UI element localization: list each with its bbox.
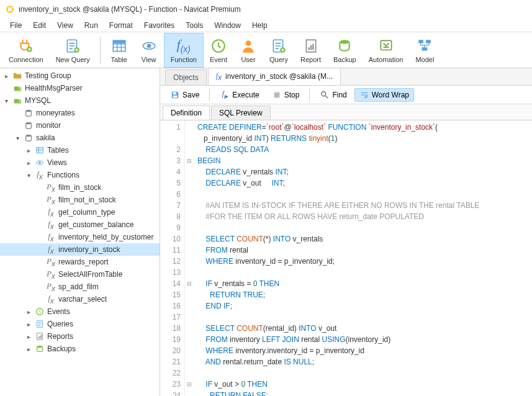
menu-favorites[interactable]: Favorites: [139, 20, 179, 31]
fn-get-customer-balance[interactable]: fxget_customer_balance: [0, 218, 160, 231]
fn-inventory-in-stock[interactable]: fxinventory_in_stock: [0, 243, 160, 256]
table-button[interactable]: Table: [104, 33, 134, 68]
stop-button[interactable]: Stop: [267, 88, 305, 102]
code-line[interactable]: [197, 222, 528, 233]
subtab-definition[interactable]: Definition: [163, 106, 210, 120]
code-line[interactable]: IF v_out > 0 THEN: [197, 379, 528, 390]
schema-sakila[interactable]: ▾sakila: [0, 132, 160, 144]
schema-monitor[interactable]: monitor: [0, 119, 160, 132]
folder-queries[interactable]: ▸Queries: [0, 318, 160, 330]
tab-objects[interactable]: Objects: [165, 70, 207, 85]
code-line[interactable]: RETURN FALSE;: [197, 390, 528, 396]
folder-backups[interactable]: ▸Backups: [0, 343, 160, 355]
connection-button[interactable]: Connection: [2, 33, 50, 68]
code-line[interactable]: [197, 189, 528, 200]
folder-events[interactable]: ▸Events: [0, 305, 160, 318]
fold-marker[interactable]: ⊟: [185, 278, 194, 289]
expand-toggle[interactable]: ▸: [2, 73, 10, 79]
conn-mysql[interactable]: ▾MYSQL: [0, 94, 160, 107]
fn-selectallfromtable[interactable]: PxSelectAllFromTable: [0, 268, 160, 281]
conn-healthmsgparser[interactable]: HealthMsgParser: [0, 82, 160, 94]
menu-file[interactable]: File: [5, 20, 27, 31]
connection-tree[interactable]: ▸Testing GroupHealthMsgParser▾MYSQLmoney…: [0, 68, 160, 396]
schema-moneyrates[interactable]: moneyrates: [0, 107, 160, 119]
code-line[interactable]: DECLARE v_rentals INT;: [197, 166, 528, 178]
new-query-button[interactable]: New Query: [50, 33, 96, 68]
fn-inventory-held-by-customer[interactable]: fxinventory_held_by_customer: [0, 231, 160, 243]
query-button[interactable]: Query: [263, 33, 294, 68]
schema-icon: [24, 133, 34, 143]
expand-toggle[interactable]: ▾: [25, 172, 32, 179]
fn-rewards-report[interactable]: Pxrewards_report: [0, 256, 160, 268]
code-line[interactable]: #FOR THE ITEM OR ALL ROWS HAVE return_da…: [197, 211, 528, 222]
view-button-icon: [140, 37, 158, 55]
expand-toggle[interactable]: ▸: [25, 147, 32, 154]
folder-reports[interactable]: ▸Reports: [0, 330, 160, 343]
code-line[interactable]: p_inventory_id INT) RETURNS tinyint(1): [197, 133, 528, 144]
event-button[interactable]: Event: [204, 33, 233, 68]
code-line[interactable]: END IF;: [197, 300, 528, 312]
function-button[interactable]: f(x)Function: [164, 33, 204, 68]
menu-view[interactable]: View: [52, 20, 78, 31]
code-line[interactable]: IF v_rentals = 0 THEN: [197, 278, 528, 289]
expand-toggle[interactable]: ▸: [25, 346, 32, 353]
menu-format[interactable]: Format: [104, 20, 138, 31]
tab-function[interactable]: fxinventory_in_stock @sakila (M...: [208, 68, 341, 85]
execute-button[interactable]: f▸Execute: [215, 88, 264, 102]
expand-toggle[interactable]: ▾: [2, 97, 10, 104]
backup-button[interactable]: Backup: [327, 33, 363, 68]
fn-film-in-stock[interactable]: Pxfilm_in_stock: [0, 181, 160, 194]
fold-marker[interactable]: ⊟: [185, 379, 194, 390]
report-button[interactable]: Report: [294, 33, 327, 68]
find-button[interactable]: Find: [315, 88, 351, 102]
code-line[interactable]: WHERE inventory.inventory_id = p_invento…: [197, 345, 528, 356]
folder-functions[interactable]: ▾fxFunctions: [0, 169, 160, 181]
fn-sp-add-film[interactable]: Pxsp_add_film: [0, 281, 160, 293]
menu-run[interactable]: Run: [79, 20, 103, 31]
menu-tools[interactable]: Tools: [181, 20, 208, 31]
expand-toggle[interactable]: ▾: [14, 135, 21, 142]
view-button[interactable]: View: [134, 33, 164, 68]
user-button[interactable]: User: [233, 33, 263, 68]
code-line[interactable]: FROM inventory LEFT JOIN rental USING(in…: [197, 334, 528, 345]
code-line[interactable]: BEGIN: [197, 155, 528, 166]
model-button[interactable]: Model: [409, 33, 440, 68]
code-area[interactable]: CREATE DEFINER=`root`@`localhost` FUNCTI…: [194, 120, 532, 396]
folder-tables[interactable]: ▸Tables: [0, 144, 160, 156]
code-line[interactable]: READS SQL DATA: [197, 144, 528, 155]
subtab-sql-preview[interactable]: SQL Preview: [211, 106, 271, 120]
save-button[interactable]: Save: [165, 88, 204, 102]
menu-window[interactable]: Window: [209, 20, 246, 31]
code-line[interactable]: WHERE inventory_id = p_inventory_id;: [197, 256, 528, 267]
fold-gutter[interactable]: ⊟⊟⊟: [185, 120, 194, 396]
code-line[interactable]: #AN ITEM IS IN-STOCK IF THERE ARE EITHER…: [197, 200, 528, 211]
word-wrap-button[interactable]: Word Wrap: [354, 88, 414, 102]
code-line[interactable]: FROM rental: [197, 245, 528, 256]
folder-views[interactable]: ▸Views: [0, 156, 160, 169]
menu-edit[interactable]: Edit: [28, 20, 51, 31]
code-line[interactable]: CREATE DEFINER=`root`@`localhost` FUNCTI…: [197, 122, 528, 133]
code-line[interactable]: SELECT COUNT(*) INTO v_rentals: [197, 233, 528, 245]
code-line[interactable]: AND rental.return_date IS NULL;: [197, 356, 528, 367]
group-testing[interactable]: ▸Testing Group: [0, 70, 160, 82]
svg-rect-14: [308, 47, 309, 50]
automation-button[interactable]: Automation: [363, 33, 410, 68]
code-line[interactable]: [197, 267, 528, 278]
code-line[interactable]: RETURN TRUE;: [197, 289, 528, 300]
fold-marker[interactable]: ⊟: [185, 155, 194, 166]
fn-film-not-in-stock[interactable]: Pxfilm_not_in_stock: [0, 194, 160, 206]
code-line[interactable]: [197, 367, 528, 379]
expand-toggle[interactable]: ▸: [25, 321, 32, 328]
code-line[interactable]: SELECT COUNT(rental_id) INTO v_out: [197, 323, 528, 334]
menu-help[interactable]: Help: [247, 20, 273, 31]
table-button-icon: [110, 37, 128, 55]
fn-varchar-select[interactable]: fxvarchar_select: [0, 293, 160, 305]
code-line[interactable]: [197, 312, 528, 323]
expand-toggle[interactable]: ▸: [25, 308, 32, 315]
code-editor[interactable]: 1234567891011121314151617181920212223242…: [160, 120, 532, 396]
expand-toggle[interactable]: ▸: [25, 160, 32, 166]
expand-toggle[interactable]: ▸: [25, 333, 32, 340]
code-line[interactable]: DECLARE v_out INT;: [197, 178, 528, 189]
svg-point-17: [340, 40, 349, 44]
fn-get-column-type[interactable]: fxget_column_type: [0, 206, 160, 218]
